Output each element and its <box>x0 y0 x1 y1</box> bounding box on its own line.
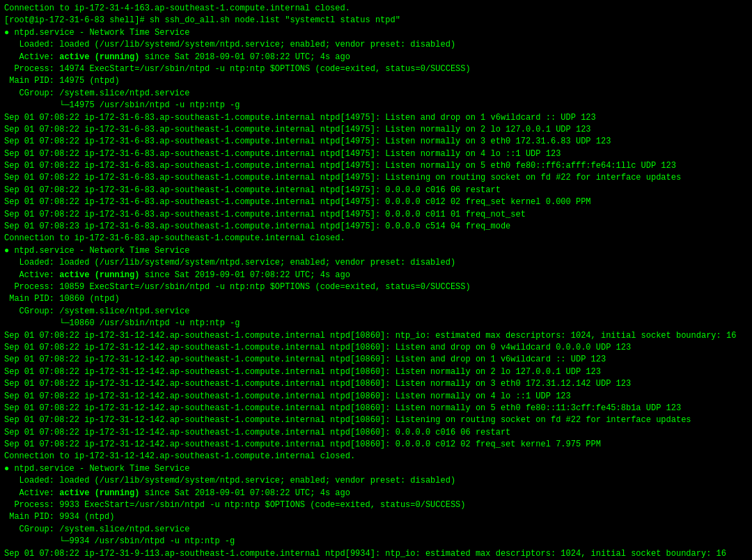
terminal-line: Sep 01 07:08:22 ip-172-31-12-142.ap-sout… <box>4 342 748 354</box>
terminal-line: Process: 9933 ExecStart=/usr/sbin/ntpd -… <box>4 499 748 511</box>
terminal-line: Sep 01 07:08:22 ip-172-31-6-83.ap-southe… <box>4 124 748 136</box>
terminal-line: Process: 14974 ExecStart=/usr/sbin/ntpd … <box>4 63 748 75</box>
terminal-line: ● ntpd.service - Network Time Service <box>4 245 748 257</box>
terminal-line: Sep 01 07:08:22 ip-172-31-12-142.ap-sout… <box>4 439 748 451</box>
terminal-line: └─14975 /usr/sbin/ntpd -u ntp:ntp -g <box>4 100 748 111</box>
terminal-line: └─9934 /usr/sbin/ntpd -u ntp:ntp -g <box>4 536 748 547</box>
terminal-line: Active: active (running) since Sat 2019-… <box>4 270 748 281</box>
terminal-line: Sep 01 07:08:22 ip-172-31-6-83.ap-southe… <box>4 112 748 124</box>
terminal-line: Sep 01 07:08:22 ip-172-31-12-142.ap-sout… <box>4 330 748 342</box>
terminal-line: Sep 01 07:08:23 ip-172-31-6-83.ap-southe… <box>4 221 748 233</box>
terminal-line: Sep 01 07:08:22 ip-172-31-6-83.ap-southe… <box>4 148 748 160</box>
terminal-line: Process: 10859 ExecStart=/usr/sbin/ntpd … <box>4 281 748 293</box>
terminal-line: Sep 01 07:08:22 ip-172-31-12-142.ap-sout… <box>4 403 748 414</box>
terminal-line: Sep 01 07:08:22 ip-172-31-12-142.ap-sout… <box>4 354 748 366</box>
terminal-line: Loaded: loaded (/usr/lib/systemd/system/… <box>4 39 748 51</box>
terminal-line: Main PID: 14975 (ntpd) <box>4 75 748 87</box>
terminal-line: Connection to ip-172-31-6-83.ap-southeas… <box>4 233 748 244</box>
terminal-line: Sep 01 07:08:22 ip-172-31-6-83.ap-southe… <box>4 209 748 221</box>
terminal-line: Main PID: 10860 (ntpd) <box>4 293 748 305</box>
terminal-line: Active: active (running) since Sat 2018-… <box>4 488 748 499</box>
terminal-line: Sep 01 07:08:22 ip-172-31-6-83.ap-southe… <box>4 160 748 172</box>
terminal-line: Sep 01 07:08:22 ip-172-31-6-83.ap-southe… <box>4 185 748 196</box>
terminal-line: Sep 01 07:08:22 ip-172-31-6-83.ap-southe… <box>4 136 748 148</box>
terminal-line: Sep 01 07:08:22 ip-172-31-12-142.ap-sout… <box>4 366 748 378</box>
terminal-line: Main PID: 9934 (ntpd) <box>4 511 748 523</box>
terminal-line: ● ntpd.service - Network Time Service <box>4 27 748 39</box>
terminal-line: Connection to ip-172-31-4-163.ap-southea… <box>4 3 748 15</box>
terminal-line: Sep 01 07:08:22 ip-172-31-6-83.ap-southe… <box>4 196 748 208</box>
terminal-line: Connection to ip-172-31-12-142.ap-southe… <box>4 451 748 462</box>
terminal-line: ● ntpd.service - Network Time Service <box>4 463 748 475</box>
terminal-line: Sep 01 07:08:22 ip-172-31-6-83.ap-southe… <box>4 172 748 184</box>
terminal-content: Connection to ip-172-31-4-163.ap-southea… <box>4 3 748 560</box>
terminal-line: Sep 01 07:08:22 ip-172-31-12-142.ap-sout… <box>4 414 748 426</box>
terminal-line: Sep 01 07:08:22 ip-172-31-9-113.ap-south… <box>4 548 748 560</box>
terminal-line: Sep 01 07:08:22 ip-172-31-12-142.ap-sout… <box>4 378 748 390</box>
terminal-line: Loaded: loaded (/usr/lib/systemd/system/… <box>4 475 748 487</box>
terminal-line: CGroup: /system.slice/ntpd.service <box>4 88 748 100</box>
terminal-line: └─10860 /usr/sbin/ntpd -u ntp:ntp -g <box>4 318 748 329</box>
terminal-window: Connection to ip-172-31-4-163.ap-southea… <box>0 0 752 560</box>
terminal-line: CGroup: /system.slice/ntpd.service <box>4 524 748 536</box>
terminal-line: Sep 01 07:08:22 ip-172-31-12-142.ap-sout… <box>4 427 748 439</box>
terminal-line: Sep 01 07:08:22 ip-172-31-12-142.ap-sout… <box>4 391 748 403</box>
terminal-line: Loaded: loaded (/usr/lib/systemd/system/… <box>4 257 748 269</box>
terminal-line: [root@ip-172-31-6-83 shell]# sh ssh_do_a… <box>4 15 748 26</box>
terminal-line: Active: active (running) since Sat 2018-… <box>4 52 748 63</box>
terminal-line: CGroup: /system.slice/ntpd.service <box>4 306 748 318</box>
